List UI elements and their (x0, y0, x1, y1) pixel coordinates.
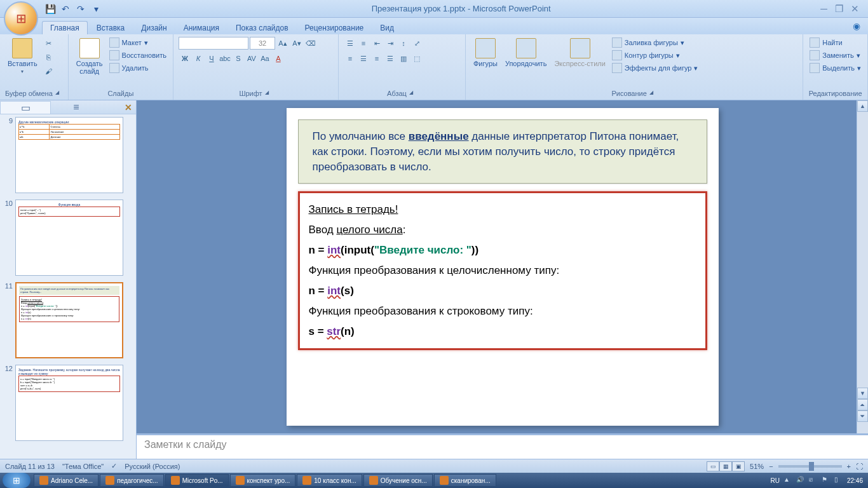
shrink-font-icon[interactable]: A▾ (290, 37, 303, 50)
task-item[interactable]: Обучение осн... (363, 474, 433, 487)
font-size-select[interactable] (250, 37, 275, 50)
shape-outline-button[interactable]: Контур фигуры ▾ (611, 50, 700, 61)
task-item[interactable]: 10 класс кон... (297, 474, 362, 487)
tray-arrow-icon[interactable]: ▲ (783, 476, 792, 485)
align-right-icon[interactable]: ≡ (370, 52, 383, 65)
fit-window-icon[interactable]: ⛶ (856, 463, 863, 470)
justify-icon[interactable]: ☰ (384, 52, 397, 65)
copy-icon[interactable]: ⎘ (43, 51, 55, 64)
font-launcher[interactable]: ◢ (265, 90, 273, 97)
current-slide[interactable]: По умолчанию все введённые данные интерп… (287, 108, 719, 426)
decrease-indent-icon[interactable]: ⇤ (370, 37, 383, 50)
arrange-button[interactable]: Упорядочить (503, 37, 549, 69)
zoom-in-icon[interactable]: + (847, 463, 851, 470)
slide-editor[interactable]: По умолчанию все введённые данные интерп… (137, 100, 868, 433)
shape-effects-button[interactable]: Эффекты для фигур ▾ (611, 62, 700, 74)
tray-battery-icon[interactable]: ▯ (834, 476, 843, 485)
zoom-slider[interactable] (778, 465, 842, 468)
sorter-view-icon[interactable]: ▦ (719, 461, 732, 471)
clipboard-launcher[interactable]: ◢ (55, 90, 63, 97)
task-item[interactable]: педагогичес... (100, 474, 163, 487)
thumb-9[interactable]: Другие математические операции: a**bСтеп… (15, 117, 123, 193)
vertical-scrollbar[interactable]: ▲ ▼ ⏶ ⏷ (857, 100, 868, 433)
task-item[interactable]: Adriano Cele... (34, 474, 98, 487)
next-slide-icon[interactable]: ⏷ (857, 410, 868, 422)
delete-button[interactable]: Удалить (108, 62, 168, 74)
tab-slideshow[interactable]: Показ слайдов (228, 22, 296, 34)
close-button[interactable]: ✕ (851, 3, 859, 15)
char-spacing-icon[interactable]: AV (245, 52, 258, 65)
text-direction-icon[interactable]: ⤢ (410, 37, 423, 50)
language-indicator[interactable]: Русский (Россия) (125, 463, 180, 470)
zoom-out-icon[interactable]: − (769, 463, 773, 470)
slideshow-view-icon[interactable]: ▣ (732, 461, 745, 471)
prev-slide-icon[interactable]: ⏶ (857, 399, 868, 410)
outline-tab[interactable]: ≡ (51, 101, 102, 114)
new-slide-button[interactable]: Создать слайд (74, 37, 105, 76)
restore-button[interactable]: ❐ (835, 3, 843, 15)
paste-button[interactable]: Вставить ▾ (5, 37, 40, 76)
shadow-icon[interactable]: S (232, 52, 245, 65)
task-item[interactable]: сканирован... (434, 474, 496, 487)
clear-format-icon[interactable]: ⌫ (304, 37, 317, 50)
bold-icon[interactable]: Ж (179, 52, 191, 65)
panel-close-icon[interactable]: ✕ (125, 102, 132, 112)
tray-volume-icon[interactable]: 🔊 (796, 476, 805, 485)
numbering-icon[interactable]: ≡ (357, 37, 370, 50)
find-button[interactable]: Найти (808, 37, 862, 48)
task-item[interactable]: Microsoft Po... (165, 474, 229, 487)
scroll-up-icon[interactable]: ▲ (857, 100, 868, 112)
align-left-icon[interactable]: ≡ (344, 52, 356, 65)
tab-home[interactable]: Главная (42, 21, 88, 34)
thumb-10[interactable]: Функция ввода name = input("...")print("… (15, 200, 123, 276)
align-center-icon[interactable]: ☰ (357, 52, 370, 65)
replace-button[interactable]: Заменить ▾ (808, 50, 862, 61)
columns-icon[interactable]: ▥ (397, 52, 410, 65)
cut-icon[interactable]: ✂ (43, 37, 55, 50)
tray-lang[interactable]: RU (771, 477, 780, 484)
redo-icon[interactable]: ↷ (75, 3, 86, 15)
undo-icon[interactable]: ↶ (60, 3, 71, 15)
normal-view-icon[interactable]: ▭ (707, 461, 719, 471)
select-button[interactable]: Выделить ▾ (808, 62, 862, 74)
thumbnails[interactable]: 9 Другие математические операции: a**bСт… (0, 114, 136, 459)
office-button[interactable]: ⊞ (4, 1, 38, 36)
layout-button[interactable]: Макет ▾ (108, 37, 168, 48)
zoom-thumb[interactable] (809, 462, 814, 471)
task-item[interactable]: конспект уро... (230, 474, 296, 487)
tab-design[interactable]: Дизайн (133, 22, 174, 34)
shape-fill-button[interactable]: Заливка фигуры ▾ (611, 37, 700, 48)
grow-font-icon[interactable]: A▴ (276, 37, 289, 50)
quick-styles-button[interactable]: Экспресс-стили (552, 37, 607, 69)
font-color-icon[interactable]: A (272, 52, 285, 65)
line-spacing-icon[interactable]: ↕ (397, 37, 410, 50)
italic-icon[interactable]: К (192, 52, 205, 65)
notes-pane[interactable]: Заметки к слайду (137, 433, 868, 459)
shapes-button[interactable]: Фигуры (471, 37, 500, 69)
para-launcher[interactable]: ◢ (409, 90, 417, 97)
minimize-button[interactable]: ─ (820, 3, 827, 15)
start-button[interactable]: ⊞ (3, 473, 31, 488)
strike-icon[interactable]: abc (219, 52, 231, 65)
font-family-select[interactable] (179, 37, 248, 50)
spell-check-icon[interactable]: ✓ (111, 462, 117, 470)
thumb-11[interactable]: По умолчанию все введённые данные интерп… (15, 282, 123, 358)
drawing-launcher[interactable]: ◢ (649, 90, 657, 97)
zoom-level[interactable]: 51% (750, 463, 764, 470)
tray-network-icon[interactable]: ⎚ (809, 476, 818, 485)
scroll-down-icon[interactable]: ▼ (857, 388, 868, 399)
increase-indent-icon[interactable]: ⇥ (384, 37, 397, 50)
qat-dropdown-icon[interactable]: ▾ (90, 3, 102, 15)
slides-tab[interactable]: ▭ (0, 101, 51, 114)
tab-view[interactable]: Вид (372, 22, 402, 34)
tray-clock[interactable]: 22:46 (847, 477, 863, 484)
smartart-icon[interactable]: ⬚ (410, 52, 423, 65)
tab-insert[interactable]: Вставка (89, 22, 133, 34)
change-case-icon[interactable]: Aa (259, 52, 271, 65)
bullets-icon[interactable]: ☰ (344, 37, 356, 50)
tab-animation[interactable]: Анимация (176, 22, 227, 34)
tab-review[interactable]: Рецензирование (297, 22, 372, 34)
save-icon[interactable]: 💾 (44, 3, 56, 15)
format-painter-icon[interactable]: 🖌 (43, 65, 55, 78)
tray-flag-icon[interactable]: ⚑ (822, 476, 831, 485)
